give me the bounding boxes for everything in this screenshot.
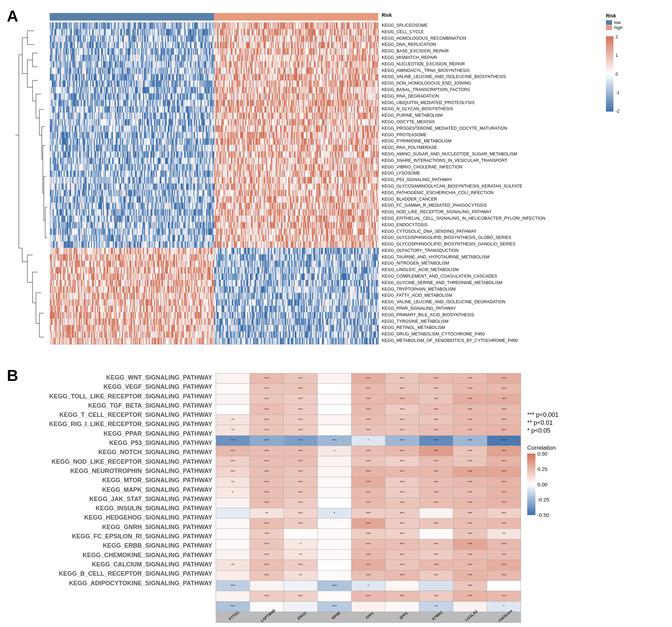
heatmap-b-row-label: KEGG_MTOR_SIGNALING_PATHWAY bbox=[7, 476, 212, 485]
corr-cell bbox=[216, 373, 250, 384]
panel-a-legend: Risk low high 2 1 0 -1 -2 bbox=[606, 13, 647, 112]
heatmap-a-row-label: KEGG_MISMATCH_REPAIR bbox=[382, 54, 587, 61]
heatmap-a-row-label: KEGG_BASE_EXCISION_REPAIR bbox=[382, 48, 587, 54]
corr-cell: *** bbox=[487, 570, 521, 580]
corr-cell: *** bbox=[453, 373, 487, 384]
corr-cell: *** bbox=[250, 550, 284, 560]
heatmap-b-row-label: KEGG_TGF_BETA_SIGNALING_PATHWAY bbox=[7, 401, 212, 410]
corr-cell bbox=[318, 477, 352, 487]
corr-cell: *** bbox=[487, 425, 521, 435]
corr-cell: * bbox=[352, 580, 385, 591]
risk-swatch-low bbox=[606, 20, 612, 25]
correlation-legend: Correlation 0.50 0.25 0.00 -0.25 -0.50 bbox=[527, 445, 559, 515]
heatmap-a-row-label: KEGG_LYSOSOME bbox=[382, 170, 587, 177]
corr-cell: *** bbox=[250, 591, 284, 601]
corr-cell: ** bbox=[216, 415, 250, 425]
corr-cell: *** bbox=[419, 498, 453, 508]
heatmap-a-row-label: KEGG_RNA_POLYMERASE bbox=[382, 144, 587, 151]
panel-a: A bbox=[7, 7, 657, 356]
heatmap-b-row-label: KEGG_PPAR_SIGNALING_PATHWAY bbox=[7, 429, 212, 438]
corr-cell: *** bbox=[250, 373, 284, 384]
corr-cell: ** bbox=[250, 508, 284, 518]
corr-cell: *** bbox=[352, 425, 385, 435]
corr-cell: *** bbox=[385, 550, 419, 560]
corr-cell: *** bbox=[419, 591, 453, 601]
risk-annotation-bar bbox=[50, 13, 378, 21]
heatmap-a-row-label: KEGG_HOMOLOGOUS_RECOMBINATION bbox=[382, 35, 587, 42]
colorbar-b bbox=[527, 453, 535, 515]
corr-cell: ** bbox=[216, 477, 250, 487]
corr-cell: *** bbox=[385, 570, 419, 580]
corr-cell bbox=[487, 580, 521, 591]
corr-cell: *** bbox=[284, 456, 318, 466]
corr-cell: *** bbox=[453, 394, 487, 404]
heatmap-a-row-label: KEGG_GLYCOSAMINOGLYCAN_BIOSYNTHESIS_KERA… bbox=[382, 183, 587, 190]
heatmap-a-row-label: KEGG_PRIMARY_BILE_ACID_BIOSYNTHESIS bbox=[382, 312, 587, 318]
corr-cell bbox=[453, 601, 487, 612]
heatmap-a-row-label: KEGG_PROGESTERONE_MEDIATED_OOCYTE_MATURA… bbox=[382, 125, 587, 132]
risk-header: Risk bbox=[382, 12, 392, 18]
corr-cell: *** bbox=[487, 550, 521, 560]
heatmap-b-row-label: KEGG_NEUROTROPHIN_SIGNALING_PATHWAY bbox=[7, 466, 212, 476]
corr-cell: *** bbox=[216, 601, 250, 612]
heatmap-a-row-label: KEGG_LINOLEIC_ACID_METABOLISM bbox=[382, 267, 587, 273]
corr-cell bbox=[216, 498, 250, 508]
heatmap-a-row-label: KEGG_SNARE_INTERACTIONS_IN_VESICULAR_TRA… bbox=[382, 157, 587, 164]
corr-cell: *** bbox=[352, 560, 385, 570]
corr-cell bbox=[250, 601, 284, 612]
corr-cell: *** bbox=[487, 373, 521, 384]
heatmap-a-row-label: KEGG_FC_GAMMA_R_MEDIATED_PHAGOCYTOSIS bbox=[382, 202, 587, 209]
corr-cell: *** bbox=[352, 466, 385, 477]
corr-cell: *** bbox=[250, 466, 284, 477]
heatmap-b-row-label: KEGG_P53_SIGNALING_PATHWAY bbox=[7, 438, 212, 448]
corr-cell: * bbox=[216, 487, 250, 498]
corr-cell bbox=[318, 425, 352, 435]
corr-cell bbox=[284, 601, 318, 612]
corr-cell: *** bbox=[487, 508, 521, 518]
heatmap-b-row-label: KEGG_FC_EPSILON_RI_SIGNALING_PATHWAY bbox=[7, 532, 212, 541]
heatmap-a-row-label: KEGG_VALINE_LEUCINE_AND_ISOLEUCINE_DEGRA… bbox=[382, 299, 587, 305]
corr-cell bbox=[385, 580, 419, 591]
corr-cell: *** bbox=[250, 570, 284, 580]
heatmap-a-row-label: KEGG_CELL_CYCLE bbox=[382, 29, 587, 35]
corr-cell: ** bbox=[284, 570, 318, 580]
corr-cell: *** bbox=[453, 435, 487, 446]
corr-cell: * bbox=[318, 508, 352, 518]
corr-cell: *** bbox=[284, 560, 318, 570]
heatmap-a-row-label: KEGG_OOCYTE_MEIOSIS bbox=[382, 119, 587, 125]
corr-cell: *** bbox=[419, 477, 453, 487]
corr-cell: *** bbox=[352, 519, 385, 529]
corr-cell: *** bbox=[352, 404, 385, 414]
corr-cell: *** bbox=[250, 446, 284, 456]
heatmap-a-row-label: KEGG_DNA_REPLICATION bbox=[382, 41, 587, 48]
corr-cell: *** bbox=[352, 529, 385, 539]
corr-cell: *** bbox=[318, 580, 352, 591]
corr-cell bbox=[318, 384, 352, 394]
corr-cell: *** bbox=[284, 394, 318, 404]
corr-cell: *** bbox=[487, 404, 521, 414]
corr-cell: *** bbox=[250, 487, 284, 498]
heatmap-a-row-label: KEGG_NOD_LIKE_RECEPTOR_SIGNALING_PATHWAY bbox=[382, 209, 587, 215]
heatmap-a-row-labels: KEGG_SPLICEOSOMEKEGG_CELL_CYCLEKEGG_HOMO… bbox=[382, 22, 587, 344]
corr-cell: *** bbox=[487, 456, 521, 466]
corr-cell: *** bbox=[453, 529, 487, 539]
colorbar-a bbox=[606, 36, 613, 112]
corr-cell: *** bbox=[250, 415, 284, 425]
corr-cell: *** bbox=[385, 498, 419, 508]
corr-cell: *** bbox=[250, 404, 284, 414]
corr-cell bbox=[318, 373, 352, 384]
corr-cell bbox=[318, 404, 352, 414]
corr-cell: *** bbox=[487, 591, 521, 601]
corr-cell: *** bbox=[419, 539, 453, 549]
heatmap-a-row-label: KEGG_CYTOSOLIC_DNA_SENSING_PATHWAY bbox=[382, 228, 587, 235]
heatmap-a bbox=[50, 22, 379, 345]
corr-cell bbox=[216, 539, 250, 549]
corr-cell bbox=[284, 529, 318, 539]
heatmap-a-row-label: KEGG_RETINOL_METABOLISM bbox=[382, 324, 587, 331]
risk-label-low: low bbox=[614, 20, 621, 25]
corr-cell bbox=[318, 539, 352, 549]
heatmap-b-row-label: KEGG_JAK_STAT_SIGNALING_PATHWAY bbox=[7, 495, 212, 504]
risk-legend: Risk low high bbox=[606, 13, 647, 30]
corr-cell: *** bbox=[385, 415, 419, 425]
heatmap-b: ****************************************… bbox=[216, 373, 521, 623]
